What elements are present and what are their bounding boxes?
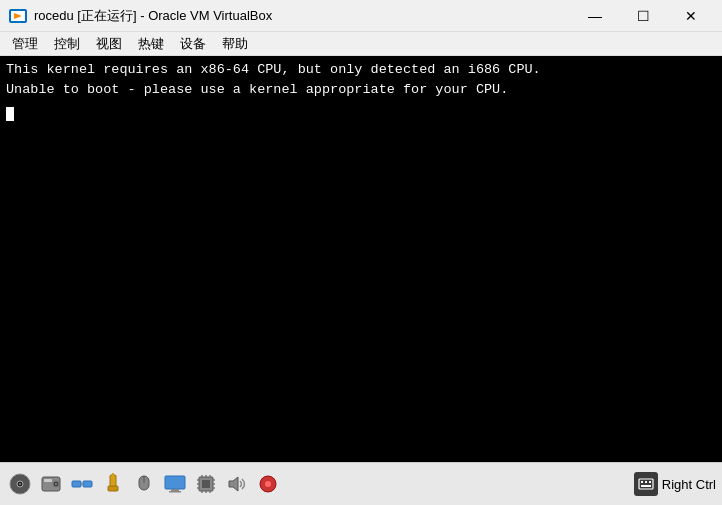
title-bar: rocedu [正在运行] - Oracle VM VirtualBox — ☐… xyxy=(0,0,722,32)
svg-rect-10 xyxy=(72,481,81,487)
svg-point-5 xyxy=(19,483,21,485)
status-bar: Right Ctrl xyxy=(0,462,722,505)
mouse-icon[interactable] xyxy=(130,470,158,498)
disk-icon[interactable] xyxy=(37,470,65,498)
menu-item-设备[interactable]: 设备 xyxy=(172,33,214,55)
menu-item-热键[interactable]: 热键 xyxy=(130,33,172,55)
vm-screen[interactable]: This kernel requires an x86-64 CPU, but … xyxy=(0,56,722,462)
svg-rect-20 xyxy=(169,491,181,493)
svg-rect-19 xyxy=(171,489,179,491)
menu-item-管理[interactable]: 管理 xyxy=(4,33,46,55)
cpu-icon[interactable] xyxy=(192,470,220,498)
svg-rect-38 xyxy=(639,479,653,489)
record-icon[interactable] xyxy=(254,470,282,498)
window-controls: — ☐ ✕ xyxy=(572,0,714,32)
close-button[interactable]: ✕ xyxy=(668,0,714,32)
error-line-2: Unable to boot - please use a kernel app… xyxy=(6,80,716,100)
svg-rect-42 xyxy=(641,485,651,487)
svg-rect-9 xyxy=(44,479,52,482)
svg-rect-40 xyxy=(645,481,647,483)
keyboard-icon xyxy=(634,472,658,496)
network-icon[interactable] xyxy=(68,470,96,498)
window-title: rocedu [正在运行] - Oracle VM VirtualBox xyxy=(34,7,572,25)
audio-icon[interactable] xyxy=(223,470,251,498)
optical-icon[interactable] xyxy=(6,470,34,498)
app-icon xyxy=(8,6,28,26)
right-ctrl-indicator: Right Ctrl xyxy=(634,472,716,496)
svg-rect-39 xyxy=(641,481,643,483)
svg-point-8 xyxy=(55,483,57,485)
menu-bar: 管理控制视图热键设备帮助 xyxy=(0,32,722,56)
usb-icon[interactable] xyxy=(99,470,127,498)
menu-item-控制[interactable]: 控制 xyxy=(46,33,88,55)
display-icon[interactable] xyxy=(161,470,189,498)
minimize-button[interactable]: — xyxy=(572,0,618,32)
svg-rect-15 xyxy=(112,473,114,476)
menu-item-视图[interactable]: 视图 xyxy=(88,33,130,55)
cursor-blink xyxy=(6,107,14,121)
svg-rect-41 xyxy=(649,481,651,483)
error-line-1: This kernel requires an x86-64 CPU, but … xyxy=(6,60,716,80)
menu-item-帮助[interactable]: 帮助 xyxy=(214,33,256,55)
status-icons-group xyxy=(6,470,630,498)
maximize-button[interactable]: ☐ xyxy=(620,0,666,32)
svg-point-37 xyxy=(265,481,271,487)
svg-rect-22 xyxy=(202,480,210,488)
svg-rect-11 xyxy=(83,481,92,487)
svg-marker-35 xyxy=(229,477,238,491)
svg-rect-18 xyxy=(165,476,185,489)
svg-rect-14 xyxy=(108,486,118,491)
right-ctrl-text: Right Ctrl xyxy=(662,477,716,492)
